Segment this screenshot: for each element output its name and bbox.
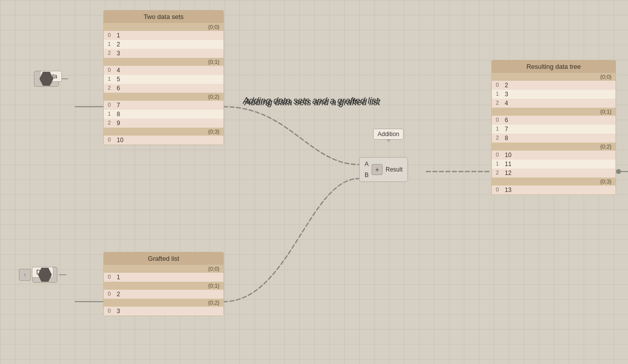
data-row: 0 1: [104, 273, 223, 282]
branch-header: {0;3}: [492, 178, 616, 185]
data-row: 2 6: [104, 84, 223, 93]
branch-header: {0;2}: [492, 143, 616, 151]
data-row: 1 7: [492, 125, 616, 134]
canvas: Adding data sets and a grafted list Two …: [0, 0, 628, 364]
branch-header: {0;2}: [104, 299, 223, 307]
branch-r-0-1: {0;1} 0 6 1 7 2 8: [492, 108, 616, 143]
grafted-list-panel: Grafted list {0;0} 0 1 {0;1} 0 2 {0;2} 0…: [103, 252, 224, 316]
branch-0-0: {0;0} 0 1 1 2 2 3: [104, 23, 223, 58]
data-row: 0 7: [104, 101, 223, 110]
connector-2: [59, 274, 66, 275]
branch-header: {0;1}: [104, 282, 223, 290]
branch-r-0-2: {0;2} 0 10 1 11 2 12: [492, 143, 616, 178]
data-row: 2 4: [492, 99, 616, 108]
branch-0-3: {0;3} 0 10: [104, 128, 223, 145]
result-label: Result: [386, 166, 403, 173]
branch-r-0-3: {0;3} 0 13: [492, 178, 616, 194]
data-row: 0 10: [492, 151, 616, 160]
branch-r-0-0: {0;0} 0 2 1 3 2 4: [492, 73, 616, 108]
data-row: 0 3: [104, 307, 223, 316]
data-row: 0 6: [492, 116, 616, 125]
graft-icon[interactable]: ↑: [19, 269, 31, 281]
data-row: 1 5: [104, 75, 223, 84]
data-row: 0 2: [104, 290, 223, 299]
data-row: 0 2: [492, 81, 616, 90]
data-row: 2 9: [104, 119, 223, 128]
branch-g-0-1: {0;1} 0 2: [104, 282, 223, 299]
branch-header: {0;0}: [104, 23, 223, 31]
data-node-1: Data: [34, 71, 68, 87]
input-ports: A B: [365, 161, 369, 179]
data-row: 1 8: [104, 110, 223, 119]
port-a-label: A: [365, 161, 369, 168]
branch-header: {0;2}: [104, 93, 223, 101]
branch-header: {0;1}: [492, 108, 616, 116]
grafted-list-title: Grafted list: [104, 252, 223, 265]
result-tree-title: Resulting data tree: [492, 60, 616, 73]
branch-g-0-2: {0;2} 0 3: [104, 299, 223, 316]
branch-0-1: {0;1} 0 4 1 5 2 6: [104, 58, 223, 93]
canvas-title-text: Adding data sets and a grafted list: [243, 96, 379, 106]
branch-header: {0;0}: [104, 265, 223, 273]
result-tree-panel: Resulting data tree {0;0} 0 2 1 3 2 4 {0…: [491, 60, 616, 195]
data-row: 0 13: [492, 185, 616, 194]
data-row: 1 2: [104, 40, 223, 49]
data-row: 2 8: [492, 134, 616, 143]
two-data-sets-title: Two data sets: [104, 10, 223, 23]
port-b-label: B: [365, 172, 369, 179]
svg-point-3: [616, 169, 621, 174]
branch-header: {0;3}: [104, 128, 223, 136]
branch-header: {0;0}: [492, 73, 616, 81]
data-row: 2 3: [104, 49, 223, 58]
data-row: 2 12: [492, 169, 616, 178]
addition-tooltip: Addition: [373, 129, 404, 140]
branch-0-2: {0;2} 0 7 1 8 2 9: [104, 93, 223, 128]
data-row: 0 10: [104, 136, 223, 145]
data-row: 1 11: [492, 160, 616, 169]
plus-icon: +: [372, 164, 383, 175]
data-row: 0 1: [104, 31, 223, 40]
data-row: 1 3: [492, 90, 616, 99]
data-node-2: Data ↑: [19, 267, 66, 283]
two-data-sets-panel: Two data sets {0;0} 0 1 1 2 2 3 {0;1} 0 …: [103, 10, 224, 145]
branch-g-0-0: {0;0} 0 1: [104, 265, 223, 282]
data-row: 0 4: [104, 66, 223, 75]
branch-header: {0;1}: [104, 58, 223, 66]
addition-node[interactable]: A B + Result: [359, 157, 408, 182]
